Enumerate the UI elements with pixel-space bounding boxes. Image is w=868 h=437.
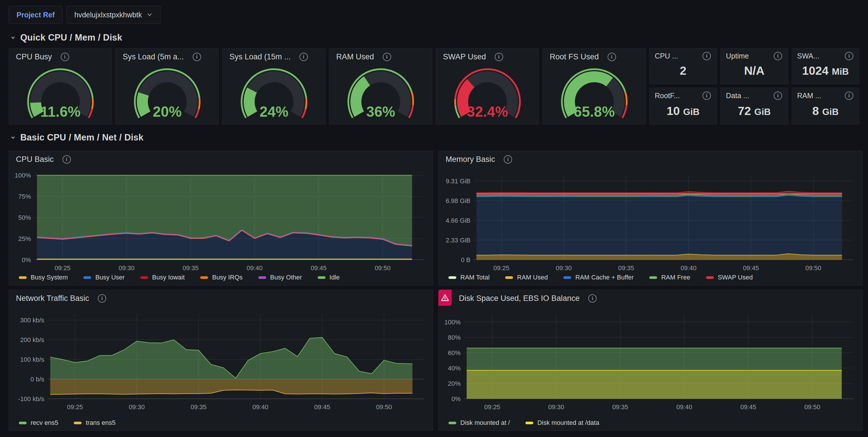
- legend-label: trans ens5: [86, 419, 116, 427]
- x-tick-label: 09:25: [484, 403, 500, 411]
- info-icon[interactable]: [98, 294, 106, 302]
- panel-cpu-basic: CPU Basic 09:2509:3009:3509:4009:4509:50…: [9, 151, 433, 286]
- legend-swatch: [706, 276, 714, 279]
- disk-chart-legend: Disk mounted at /Disk mounted at /data: [448, 419, 599, 427]
- info-icon[interactable]: [588, 294, 597, 302]
- stat-number: 1024: [802, 64, 828, 77]
- info-icon[interactable]: [61, 53, 69, 61]
- legend-swatch: [74, 421, 82, 424]
- legend-item[interactable]: RAM Used: [505, 274, 548, 281]
- legend-item[interactable]: Disk mounted at /: [448, 419, 510, 427]
- y-tick-label: 40%: [448, 365, 461, 372]
- info-icon[interactable]: [703, 52, 711, 60]
- legend-label: recv ens5: [31, 419, 58, 427]
- panel-title[interactable]: CPU Busy: [16, 52, 107, 61]
- legend-swatch: [525, 421, 533, 424]
- panel-title[interactable]: Root FS Used: [550, 52, 641, 61]
- legend-label: RAM Total: [460, 274, 490, 281]
- legend-label: Disk mounted at /: [460, 419, 510, 427]
- info-icon[interactable]: [62, 155, 71, 164]
- info-icon[interactable]: [300, 53, 308, 61]
- legend-item[interactable]: RAM Total: [448, 274, 490, 281]
- disk-space-chart[interactable]: 09:2509:3009:3509:4009:4509:50100%80%60%…: [441, 310, 859, 412]
- info-icon[interactable]: [608, 53, 616, 61]
- project-ref-dropdown[interactable]: hvdelujxlxstpxkhwbtk: [66, 6, 161, 24]
- panel-title[interactable]: Sys Load (15m ...: [229, 52, 320, 61]
- info-icon[interactable]: [495, 53, 503, 61]
- gauge-threshold-arc: [455, 99, 456, 105]
- legend-item[interactable]: Busy System: [19, 274, 68, 281]
- panel-title[interactable]: Data ...: [726, 91, 783, 100]
- info-icon[interactable]: [703, 91, 711, 100]
- stat-number: 8: [812, 104, 819, 118]
- panel-title[interactable]: CPU Basic: [16, 155, 428, 164]
- alert-state-badge[interactable]: [438, 290, 452, 306]
- panel-title[interactable]: Uptime: [726, 52, 783, 60]
- info-icon[interactable]: [774, 52, 782, 60]
- panel-title[interactable]: Network Traffic Basic: [16, 294, 428, 303]
- panel-title[interactable]: SWA...: [797, 52, 855, 60]
- y-tick-label: 9.31 GiB: [445, 177, 470, 185]
- x-tick-label: 09:35: [618, 264, 634, 272]
- legend-item[interactable]: trans ens5: [74, 419, 116, 427]
- network-chart-legend: recv ens5trans ens5: [19, 419, 116, 427]
- info-icon[interactable]: [845, 52, 853, 60]
- section-quick-cpu-mem-disk[interactable]: Quick CPU / Mem / Disk: [10, 32, 122, 43]
- stat-value: 72 GiB: [721, 104, 788, 118]
- panel-title[interactable]: Disk Space Used, EBS IO Balance: [459, 294, 858, 303]
- info-icon[interactable]: [845, 91, 853, 100]
- panel-title[interactable]: RAM ...: [797, 91, 855, 100]
- panel-disk-space-used: Disk Space Used, EBS IO Balance 09:2509:…: [438, 290, 863, 431]
- series-area: [476, 195, 842, 255]
- gauge: 36%: [329, 65, 432, 123]
- legend-label: RAM Cache + Buffer: [575, 274, 633, 281]
- panel-title-text: Uptime: [726, 52, 749, 60]
- info-icon[interactable]: [774, 91, 782, 100]
- gauge: 65.8%: [543, 65, 646, 123]
- legend-item[interactable]: recv ens5: [19, 419, 58, 427]
- stat-value: N/A: [721, 64, 788, 78]
- legend-item[interactable]: Busy User: [83, 274, 124, 281]
- panel-title-text: Disk Space Used, EBS IO Balance: [459, 294, 580, 303]
- panel-title-text: SWAP Used: [443, 52, 486, 61]
- stat-unit: GiB: [683, 107, 700, 117]
- x-tick-label: 09:40: [252, 403, 268, 411]
- cpu-basic-chart[interactable]: 09:2509:3009:3509:4009:4509:50100%75%50%…: [12, 171, 429, 273]
- panel-gauge-root-fs-used: Root FS Used 65.8%: [542, 48, 646, 124]
- panel-title[interactable]: RootF...: [655, 91, 712, 100]
- legend-item[interactable]: RAM Free: [649, 274, 690, 281]
- x-tick-label: 09:30: [548, 403, 564, 411]
- legend-item[interactable]: SWAP Used: [706, 274, 753, 281]
- legend-swatch: [318, 276, 326, 279]
- series-area: [467, 370, 842, 399]
- stat-unit: GiB: [822, 107, 839, 117]
- legend-item[interactable]: Busy Other: [258, 274, 302, 281]
- panel-title[interactable]: RAM Used: [336, 52, 427, 61]
- legend-item[interactable]: Busy Iowait: [140, 274, 185, 281]
- x-tick-label: 09:50: [805, 264, 821, 272]
- legend-item[interactable]: Idle: [318, 274, 340, 281]
- memory-basic-chart[interactable]: 09:2509:3009:3509:4009:4509:509.31 GiB6.…: [441, 171, 859, 273]
- info-icon[interactable]: [193, 53, 201, 61]
- panel-title[interactable]: CPU ...: [655, 52, 712, 60]
- legend-label: Busy System: [31, 274, 68, 281]
- y-tick-label: 2.33 GiB: [445, 237, 470, 244]
- legend-swatch: [448, 421, 456, 424]
- panel-title[interactable]: Memory Basic: [445, 155, 858, 164]
- panel-title-text: CPU Busy: [16, 52, 52, 61]
- x-tick-label: 09:30: [119, 264, 134, 272]
- network-traffic-chart[interactable]: 09:2509:3009:3509:4009:4509:50300 kb/s20…: [12, 310, 429, 412]
- section-basic-cpu-mem-net-disk[interactable]: Basic CPU / Mem / Net / Disk: [10, 132, 144, 143]
- legend-item[interactable]: RAM Cache + Buffer: [563, 274, 633, 281]
- info-icon[interactable]: [383, 53, 391, 61]
- x-tick-label: 09:30: [129, 403, 145, 411]
- info-icon[interactable]: [504, 155, 512, 164]
- legend-label: Idle: [330, 274, 340, 281]
- panel-title[interactable]: SWAP Used: [443, 52, 534, 61]
- panel-title-text: Network Traffic Basic: [16, 294, 89, 303]
- panel-title[interactable]: Sys Load (5m a...: [123, 52, 214, 61]
- legend-item[interactable]: Disk mounted at /data: [525, 419, 599, 427]
- y-tick-label: 60%: [448, 349, 461, 356]
- legend-item[interactable]: Busy IRQs: [200, 274, 243, 281]
- series-area: [50, 379, 412, 395]
